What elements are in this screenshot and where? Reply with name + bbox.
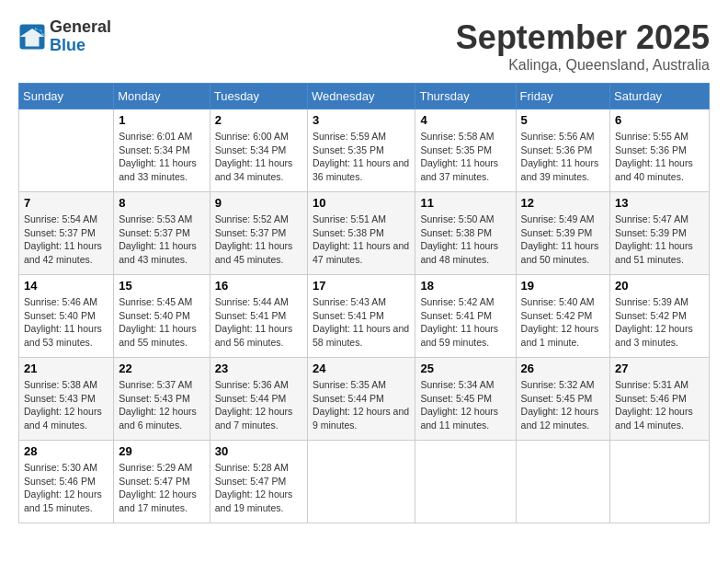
day-info: Sunrise: 5:38 AMSunset: 5:43 PMDaylight:…: [24, 378, 108, 432]
day-number: 26: [521, 362, 606, 375]
calendar-cell: 8Sunrise: 5:53 AMSunset: 5:37 PMDaylight…: [114, 192, 210, 275]
logo-general-text: General: [50, 18, 111, 37]
weekday-header-friday: Friday: [516, 84, 610, 109]
day-info: Sunrise: 5:46 AMSunset: 5:40 PMDaylight:…: [24, 295, 108, 350]
day-number: 23: [215, 362, 302, 375]
calendar-cell: 13Sunrise: 5:47 AMSunset: 5:39 PMDayligh…: [610, 192, 710, 275]
day-info: Sunrise: 5:42 AMSunset: 5:41 PMDaylight:…: [420, 295, 510, 350]
calendar-cell: 24Sunrise: 5:35 AMSunset: 5:44 PMDayligh…: [308, 358, 415, 441]
day-info: Sunrise: 5:52 AMSunset: 5:37 PMDaylight:…: [215, 213, 302, 267]
logo-text: General Blue: [50, 18, 111, 55]
day-info: Sunrise: 5:34 AMSunset: 5:45 PMDaylight:…: [420, 378, 510, 432]
day-info: Sunrise: 5:58 AMSunset: 5:35 PMDaylight:…: [420, 130, 510, 184]
calendar-week-4: 21Sunrise: 5:38 AMSunset: 5:43 PMDayligh…: [19, 358, 710, 441]
day-number: 9: [215, 196, 302, 210]
calendar-cell: 23Sunrise: 5:36 AMSunset: 5:44 PMDayligh…: [210, 358, 307, 441]
calendar-cell: [308, 441, 415, 523]
day-info: Sunrise: 5:35 AMSunset: 5:44 PMDaylight:…: [313, 378, 410, 432]
page-header: General Blue September 2025 Kalinga, Que…: [18, 18, 710, 74]
calendar-table: SundayMondayTuesdayWednesdayThursdayFrid…: [18, 83, 710, 523]
day-number: 19: [521, 279, 606, 293]
calendar-cell: 9Sunrise: 5:52 AMSunset: 5:37 PMDaylight…: [210, 192, 307, 275]
day-info: Sunrise: 5:31 AMSunset: 5:46 PMDaylight:…: [615, 378, 704, 432]
calendar-cell: 21Sunrise: 5:38 AMSunset: 5:43 PMDayligh…: [19, 358, 114, 441]
day-info: Sunrise: 6:01 AMSunset: 5:34 PMDaylight:…: [119, 130, 204, 184]
day-info: Sunrise: 5:59 AMSunset: 5:35 PMDaylight:…: [313, 130, 410, 184]
calendar-cell: 16Sunrise: 5:44 AMSunset: 5:41 PMDayligh…: [210, 275, 307, 358]
day-number: 2: [215, 113, 302, 127]
calendar-cell: 10Sunrise: 5:51 AMSunset: 5:38 PMDayligh…: [308, 192, 415, 275]
day-number: 6: [615, 113, 704, 127]
title-block: September 2025 Kalinga, Queensland, Aust…: [456, 18, 710, 74]
day-info: Sunrise: 5:30 AMSunset: 5:46 PMDaylight:…: [24, 461, 108, 515]
weekday-header-wednesday: Wednesday: [308, 84, 415, 109]
day-info: Sunrise: 5:49 AMSunset: 5:39 PMDaylight:…: [521, 213, 606, 267]
day-number: 13: [615, 196, 704, 210]
weekday-header-row: SundayMondayTuesdayWednesdayThursdayFrid…: [19, 84, 710, 109]
day-info: Sunrise: 5:29 AMSunset: 5:47 PMDaylight:…: [119, 461, 204, 515]
day-number: 20: [615, 279, 704, 293]
calendar-cell: [516, 441, 610, 523]
day-info: Sunrise: 5:56 AMSunset: 5:36 PMDaylight:…: [521, 130, 606, 184]
calendar-cell: 22Sunrise: 5:37 AMSunset: 5:43 PMDayligh…: [114, 358, 210, 441]
day-number: 12: [521, 196, 606, 210]
calendar-week-2: 7Sunrise: 5:54 AMSunset: 5:37 PMDaylight…: [19, 192, 710, 275]
day-number: 25: [420, 362, 510, 375]
logo-icon: [18, 23, 46, 51]
calendar-cell: 12Sunrise: 5:49 AMSunset: 5:39 PMDayligh…: [516, 192, 610, 275]
calendar-cell: [19, 109, 114, 192]
calendar-cell: [610, 441, 710, 523]
day-info: Sunrise: 5:28 AMSunset: 5:47 PMDaylight:…: [215, 461, 302, 515]
calendar-cell: 2Sunrise: 6:00 AMSunset: 5:34 PMDaylight…: [210, 109, 307, 192]
day-number: 5: [521, 113, 606, 127]
day-info: Sunrise: 5:39 AMSunset: 5:42 PMDaylight:…: [615, 295, 704, 350]
calendar-cell: 25Sunrise: 5:34 AMSunset: 5:45 PMDayligh…: [415, 358, 516, 441]
calendar-cell: 7Sunrise: 5:54 AMSunset: 5:37 PMDaylight…: [19, 192, 114, 275]
calendar-cell: 19Sunrise: 5:40 AMSunset: 5:42 PMDayligh…: [516, 275, 610, 358]
day-number: 1: [119, 113, 204, 127]
day-number: 16: [215, 279, 302, 293]
day-info: Sunrise: 5:54 AMSunset: 5:37 PMDaylight:…: [24, 213, 108, 267]
calendar-week-5: 28Sunrise: 5:30 AMSunset: 5:46 PMDayligh…: [19, 441, 710, 523]
day-number: 17: [313, 279, 410, 293]
day-info: Sunrise: 5:37 AMSunset: 5:43 PMDaylight:…: [119, 378, 204, 432]
logo: General Blue: [18, 18, 111, 55]
day-info: Sunrise: 5:44 AMSunset: 5:41 PMDaylight:…: [215, 295, 302, 350]
location: Kalinga, Queensland, Australia: [456, 57, 710, 74]
day-info: Sunrise: 5:43 AMSunset: 5:41 PMDaylight:…: [313, 295, 410, 350]
weekday-header-sunday: Sunday: [19, 84, 114, 109]
day-info: Sunrise: 5:51 AMSunset: 5:38 PMDaylight:…: [313, 213, 410, 267]
calendar-cell: 5Sunrise: 5:56 AMSunset: 5:36 PMDaylight…: [516, 109, 610, 192]
day-info: Sunrise: 5:32 AMSunset: 5:45 PMDaylight:…: [521, 378, 606, 432]
weekday-header-tuesday: Tuesday: [210, 84, 307, 109]
logo-blue-text: Blue: [50, 37, 111, 55]
day-number: 18: [420, 279, 510, 293]
day-number: 11: [420, 196, 510, 210]
day-number: 21: [24, 362, 108, 375]
calendar-cell: 6Sunrise: 5:55 AMSunset: 5:36 PMDaylight…: [610, 109, 710, 192]
day-info: Sunrise: 5:45 AMSunset: 5:40 PMDaylight:…: [119, 295, 204, 350]
calendar-cell: 29Sunrise: 5:29 AMSunset: 5:47 PMDayligh…: [114, 441, 210, 523]
day-info: Sunrise: 5:36 AMSunset: 5:44 PMDaylight:…: [215, 378, 302, 432]
calendar-cell: 3Sunrise: 5:59 AMSunset: 5:35 PMDaylight…: [308, 109, 415, 192]
day-number: 7: [24, 196, 108, 210]
day-number: 10: [313, 196, 410, 210]
day-number: 14: [24, 279, 108, 293]
day-number: 4: [420, 113, 510, 127]
day-number: 28: [24, 444, 108, 458]
calendar-week-1: 1Sunrise: 6:01 AMSunset: 5:34 PMDaylight…: [19, 109, 710, 192]
calendar-cell: 15Sunrise: 5:45 AMSunset: 5:40 PMDayligh…: [114, 275, 210, 358]
day-number: 30: [215, 444, 302, 458]
weekday-header-monday: Monday: [114, 84, 210, 109]
day-number: 22: [119, 362, 204, 375]
calendar-cell: 17Sunrise: 5:43 AMSunset: 5:41 PMDayligh…: [308, 275, 415, 358]
calendar-week-3: 14Sunrise: 5:46 AMSunset: 5:40 PMDayligh…: [19, 275, 710, 358]
weekday-header-thursday: Thursday: [415, 84, 516, 109]
calendar-cell: 14Sunrise: 5:46 AMSunset: 5:40 PMDayligh…: [19, 275, 114, 358]
day-number: 27: [615, 362, 704, 375]
calendar-cell: 1Sunrise: 6:01 AMSunset: 5:34 PMDaylight…: [114, 109, 210, 192]
calendar-cell: 27Sunrise: 5:31 AMSunset: 5:46 PMDayligh…: [610, 358, 710, 441]
day-info: Sunrise: 6:00 AMSunset: 5:34 PMDaylight:…: [215, 130, 302, 184]
day-number: 24: [313, 362, 410, 375]
day-number: 15: [119, 279, 204, 293]
